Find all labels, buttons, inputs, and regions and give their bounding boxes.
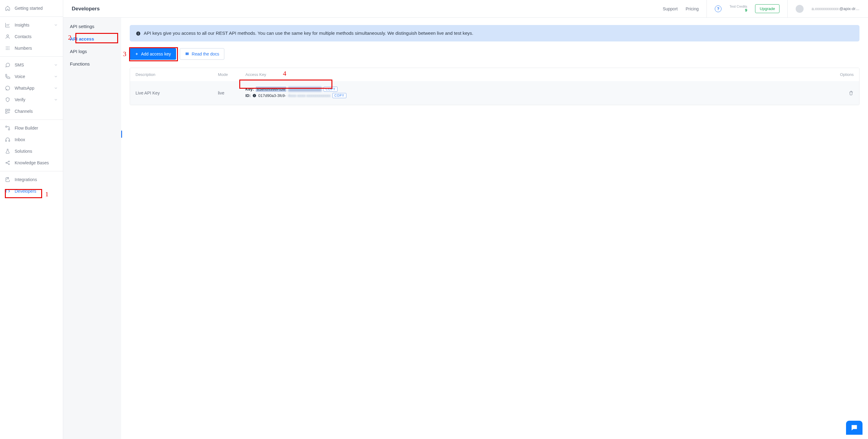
content-area: Developers Support Pricing ? Test Credit… bbox=[63, 0, 868, 439]
subnav: API settings API access API logs Functio… bbox=[63, 18, 121, 439]
add-access-key-button[interactable]: Add access key bbox=[130, 48, 176, 60]
sidebar-item-contacts[interactable]: Contacts bbox=[0, 31, 63, 42]
user-icon bbox=[5, 34, 10, 39]
plus-icon bbox=[135, 52, 138, 56]
annotation-number-3: 3 bbox=[123, 50, 126, 58]
sidebar-item-knowledge-bases[interactable]: Knowledge Bases bbox=[0, 157, 63, 169]
sidebar-item-verify[interactable]: Verify bbox=[0, 94, 63, 105]
delete-key-button[interactable] bbox=[849, 91, 854, 95]
whatsapp-icon bbox=[5, 86, 10, 91]
sidebar-item-channels[interactable]: Channels bbox=[0, 105, 63, 117]
user-email-tail: @apix-dr… bbox=[839, 6, 860, 11]
home-icon bbox=[5, 5, 10, 11]
sidebar-item-developers[interactable]: Developers bbox=[0, 185, 63, 197]
chevron-down-icon bbox=[54, 23, 58, 27]
sidebar-item-inbox[interactable]: Inbox bbox=[0, 134, 63, 145]
svg-point-15 bbox=[8, 129, 10, 130]
sidebar: Getting started Insights Contacts Number… bbox=[0, 0, 63, 439]
svg-point-14 bbox=[5, 126, 7, 128]
svg-rect-22 bbox=[138, 33, 138, 35]
chevron-down-icon bbox=[54, 63, 58, 67]
read-docs-button[interactable]: Read the docs bbox=[180, 48, 224, 60]
cell-description: Live API Key bbox=[135, 91, 218, 95]
info-banner-text: API keys give you access to all our REST… bbox=[144, 31, 473, 36]
cell-mode: live bbox=[218, 91, 245, 95]
copy-id-button[interactable]: copy bbox=[332, 93, 346, 98]
svg-point-10 bbox=[5, 86, 10, 90]
info-icon bbox=[136, 31, 141, 36]
col-access-key: Access Key bbox=[245, 72, 829, 77]
subnav-api-settings[interactable]: API settings bbox=[63, 20, 121, 33]
avatar[interactable] bbox=[796, 5, 804, 13]
sidebar-item-whatsapp[interactable]: WhatsApp bbox=[0, 82, 63, 94]
divider bbox=[707, 0, 707, 18]
sidebar-item-label: Inbox bbox=[14, 137, 25, 142]
svg-point-20 bbox=[8, 164, 9, 165]
user-email-blurred: a.xxxxxxxxxxxx bbox=[811, 6, 839, 11]
svg-point-7 bbox=[6, 49, 6, 50]
code-icon bbox=[5, 189, 10, 194]
copy-key-button[interactable]: copy bbox=[323, 87, 338, 92]
chevron-down-icon bbox=[54, 86, 58, 90]
svg-rect-16 bbox=[5, 140, 6, 142]
sidebar-item-getting-started[interactable]: Getting started bbox=[0, 2, 63, 14]
access-keys-table: Description Mode Access Key Options Live… bbox=[130, 68, 860, 105]
svg-rect-23 bbox=[138, 32, 138, 33]
pricing-link[interactable]: Pricing bbox=[685, 6, 699, 11]
dialpad-icon bbox=[5, 45, 10, 51]
support-link[interactable]: Support bbox=[662, 6, 678, 11]
info-icon bbox=[252, 94, 256, 98]
credits-value: 9 bbox=[745, 8, 747, 12]
cell-access-key: Key: 8SeNINWePfdwxxxxxxxxxxxxxxxx copy I… bbox=[245, 87, 829, 99]
sidebar-item-label: Integrations bbox=[14, 177, 37, 182]
svg-point-2 bbox=[7, 46, 8, 47]
subnav-api-access[interactable]: API access bbox=[63, 33, 121, 45]
key-label: Key: bbox=[245, 87, 254, 92]
col-mode: Mode bbox=[218, 72, 245, 77]
button-label: Read the docs bbox=[192, 52, 219, 57]
sidebar-item-sms[interactable]: SMS bbox=[0, 59, 63, 71]
sidebar-item-label: Voice bbox=[14, 74, 25, 79]
sidebar-item-label: Knowledge Bases bbox=[14, 160, 49, 165]
id-label: ID: bbox=[245, 93, 251, 98]
subnav-api-logs[interactable]: API logs bbox=[63, 45, 121, 58]
key-value-hidden: xxxxxxxxxxxxxxxx bbox=[288, 87, 322, 92]
sidebar-item-label: Channels bbox=[14, 109, 33, 114]
sidebar-item-insights[interactable]: Insights bbox=[0, 19, 63, 31]
sidebar-item-numbers[interactable]: Numbers bbox=[0, 42, 63, 54]
sidebar-item-label: Solutions bbox=[14, 149, 32, 154]
export-icon bbox=[5, 177, 10, 182]
chart-icon bbox=[5, 22, 10, 28]
shield-icon bbox=[5, 97, 10, 102]
table-header-row: Description Mode Access Key Options bbox=[130, 68, 859, 81]
sidebar-item-label: WhatsApp bbox=[14, 86, 34, 91]
svg-rect-12 bbox=[8, 109, 10, 111]
subnav-functions[interactable]: Functions bbox=[63, 58, 121, 70]
sidebar-item-voice[interactable]: Voice bbox=[0, 71, 63, 82]
svg-point-1 bbox=[6, 46, 6, 47]
sidebar-item-solutions[interactable]: Solutions bbox=[0, 145, 63, 157]
svg-rect-11 bbox=[5, 109, 7, 111]
chat-widget-button[interactable] bbox=[846, 421, 863, 435]
button-label: Add access key bbox=[141, 52, 171, 57]
share-icon bbox=[5, 160, 10, 166]
sidebar-item-label: Developers bbox=[14, 189, 36, 194]
credits-label: Test Credits bbox=[730, 5, 747, 8]
sidebar-item-label: Contacts bbox=[14, 34, 31, 39]
sidebar-item-label: Flow Builder bbox=[14, 126, 38, 131]
main-panel: API keys give you access to all our REST… bbox=[121, 18, 868, 439]
svg-point-6 bbox=[8, 48, 9, 48]
chevron-down-icon bbox=[54, 98, 58, 102]
svg-point-9 bbox=[8, 49, 9, 50]
info-banner: API keys give you access to all our REST… bbox=[130, 25, 860, 41]
svg-point-4 bbox=[6, 48, 6, 48]
svg-point-3 bbox=[8, 46, 9, 47]
help-icon[interactable]: ? bbox=[715, 5, 721, 12]
key-value-visible: 8SeNINWePfdw bbox=[256, 87, 286, 92]
book-icon bbox=[185, 52, 189, 56]
upgrade-button[interactable]: Upgrade bbox=[755, 4, 779, 13]
sidebar-item-integrations[interactable]: Integrations bbox=[0, 174, 63, 185]
flask-icon bbox=[5, 148, 10, 154]
sidebar-item-flow-builder[interactable]: Flow Builder bbox=[0, 122, 63, 134]
phone-icon bbox=[5, 74, 10, 79]
